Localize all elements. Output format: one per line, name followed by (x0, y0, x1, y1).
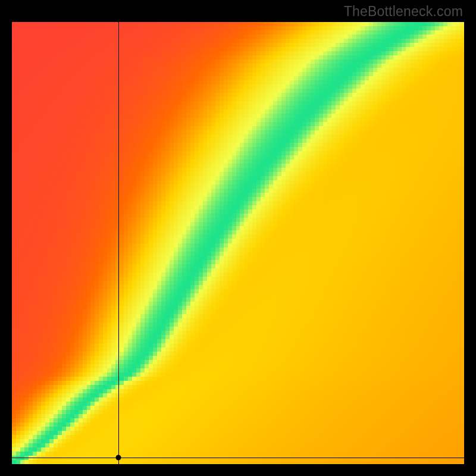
chart-stage: TheBottleneck.com (0, 0, 476, 476)
marker-dot (116, 455, 121, 461)
guide-line-horizontal (12, 458, 464, 458)
guide-line-vertical (118, 22, 119, 464)
bottleneck-heatmap (12, 22, 464, 464)
watermark-text: TheBottleneck.com (344, 4, 463, 20)
